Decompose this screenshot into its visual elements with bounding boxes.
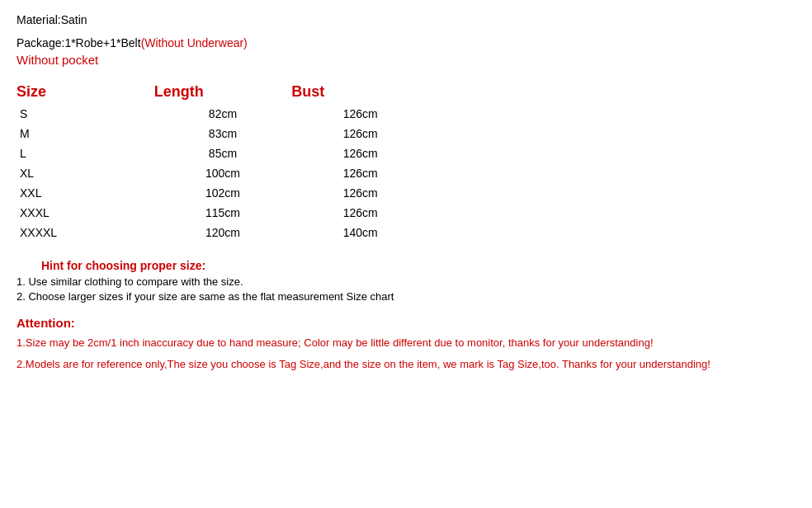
package-label: Package: (17, 36, 64, 49)
table-row: XXXL115cm126cm (17, 203, 429, 223)
table-row: L85cm126cm (17, 143, 429, 163)
table-row: S82cm126cm (17, 104, 429, 124)
attention-item-1: 1.Size may be 2cm/1 inch inaccuracy due … (17, 335, 795, 351)
attention-title: Attention: (17, 316, 795, 330)
hint-item-2: 2. Choose larger sizes if your size are … (17, 290, 795, 303)
header-size: Size (17, 80, 154, 104)
material-label: Material: (17, 13, 61, 26)
header-length: Length (154, 80, 292, 104)
table-row: XXXXL120cm140cm (17, 223, 429, 242)
package-note: (Without Underwear) (141, 36, 248, 49)
material-value: Satin (61, 13, 87, 26)
header-bust: Bust (291, 80, 429, 104)
attention-item-2: 2.Models are for reference only,The size… (17, 356, 795, 373)
size-table: Size Length Bust S82cm126cmM83cm126cmL85… (17, 80, 429, 242)
hint-item-1: 1. Use similar clothing to compare with … (17, 275, 795, 288)
table-row: XXL102cm126cm (17, 183, 429, 203)
material-line: Material:Satin (17, 13, 795, 26)
attention-section: Attention: 1.Size may be 2cm/1 inch inac… (17, 316, 795, 372)
table-row: M83cm126cm (17, 124, 429, 143)
package-value: 1*Robe+1*Belt (64, 36, 140, 49)
package-line: Package:1*Robe+1*Belt(Without Underwear) (17, 36, 795, 49)
hint-section: Hint for choosing proper size: 1. Use si… (17, 259, 795, 303)
table-header-row: Size Length Bust (17, 80, 429, 104)
without-pocket: Without pocket (17, 53, 795, 67)
hint-title: Hint for choosing proper size: (17, 259, 795, 272)
table-row: XL100cm126cm (17, 163, 429, 183)
